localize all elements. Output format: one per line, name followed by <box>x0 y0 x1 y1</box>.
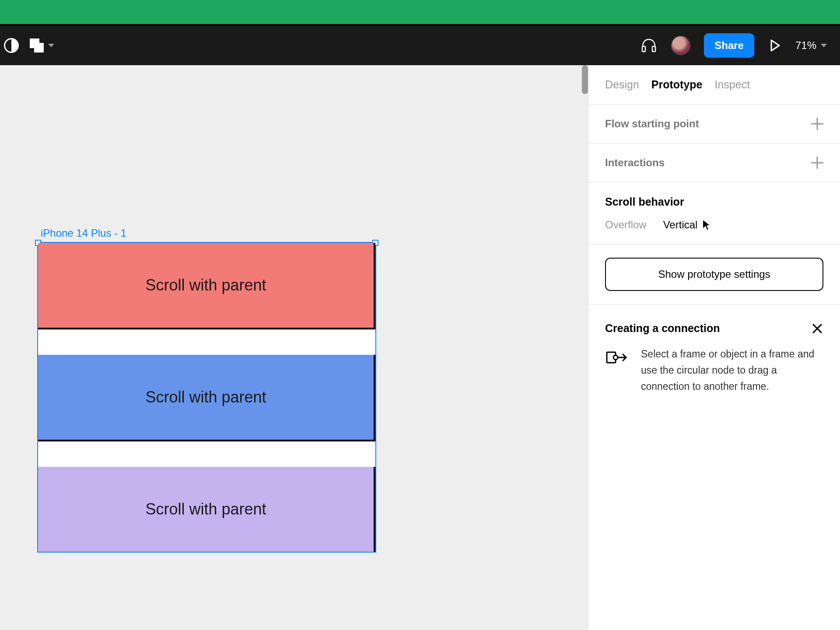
right-panel: Design Prototype Inspect Flow starting p… <box>588 65 840 630</box>
chevron-down-icon <box>821 44 827 47</box>
section-title: Scroll behavior <box>605 196 823 208</box>
svg-point-3 <box>613 355 618 360</box>
file-menu[interactable] <box>30 38 54 52</box>
play-icon[interactable] <box>767 38 782 53</box>
chevron-down-icon <box>48 44 54 47</box>
toolbar-left <box>4 38 54 53</box>
connection-section: Creating a connection Select a frame or … <box>588 304 840 412</box>
connection-text: Select a frame or object in a frame and … <box>641 346 823 394</box>
frame[interactable]: Scroll with parent Scroll with parent Sc… <box>37 242 376 553</box>
tab-design[interactable]: Design <box>605 78 639 91</box>
main-content: iPhone 14 Plus - 1 Scroll with parent Sc… <box>0 65 840 630</box>
tab-prototype[interactable]: Prototype <box>651 78 703 91</box>
plus-icon[interactable] <box>811 118 823 130</box>
settings-section: Show prototype settings <box>588 245 840 304</box>
connection-header: Creating a connection <box>605 322 823 335</box>
overflow-row: Overflow Vertical <box>605 219 823 231</box>
share-button[interactable]: Share <box>704 33 754 58</box>
zoom-level[interactable]: 71% <box>795 39 827 52</box>
cursor-icon <box>701 219 713 231</box>
file-icon <box>30 38 44 52</box>
toolbar: Share 71% <box>0 26 840 65</box>
flow-section: Flow starting point <box>588 105 840 144</box>
overflow-value-text: Vertical <box>663 219 698 231</box>
section-label: Flow starting point <box>605 118 823 130</box>
card-text: Scroll with parent <box>145 500 266 518</box>
scroll-behavior-section: Scroll behavior Overflow Vertical <box>588 182 840 245</box>
toolbar-right: Share 71% <box>640 33 827 58</box>
card-text: Scroll with parent <box>145 276 266 294</box>
card-text: Scroll with parent <box>145 388 266 406</box>
contrast-icon[interactable] <box>4 38 19 53</box>
canvas[interactable]: iPhone 14 Plus - 1 Scroll with parent Sc… <box>0 65 588 630</box>
overflow-label: Overflow <box>605 219 647 231</box>
frame-label[interactable]: iPhone 14 Plus - 1 <box>37 227 376 239</box>
interactions-section: Interactions <box>588 144 840 182</box>
svg-rect-1 <box>652 46 655 52</box>
card[interactable]: Scroll with parent <box>38 243 375 329</box>
card[interactable]: Scroll with parent <box>38 467 375 552</box>
avatar[interactable] <box>671 35 691 56</box>
headphones-icon[interactable] <box>640 37 658 54</box>
connection-title: Creating a connection <box>605 322 720 335</box>
panel-tabs: Design Prototype Inspect <box>588 65 840 105</box>
app-window: Share 71% iPhone 14 Plus - 1 Scr <box>0 24 840 630</box>
svg-rect-0 <box>642 46 645 52</box>
section-label: Interactions <box>605 157 823 169</box>
plus-icon[interactable] <box>811 157 823 169</box>
show-prototype-settings-button[interactable]: Show prototype settings <box>605 258 823 291</box>
tab-inspect[interactable]: Inspect <box>715 78 750 91</box>
overflow-dropdown[interactable]: Vertical <box>663 219 714 231</box>
zoom-value: 71% <box>795 39 816 52</box>
connection-icon <box>605 346 630 369</box>
frame-container: iPhone 14 Plus - 1 Scroll with parent Sc… <box>37 227 376 553</box>
scrollbar[interactable] <box>582 65 588 94</box>
connection-body: Select a frame or object in a frame and … <box>605 346 823 394</box>
close-icon[interactable] <box>811 322 823 335</box>
card[interactable]: Scroll with parent <box>38 355 375 441</box>
